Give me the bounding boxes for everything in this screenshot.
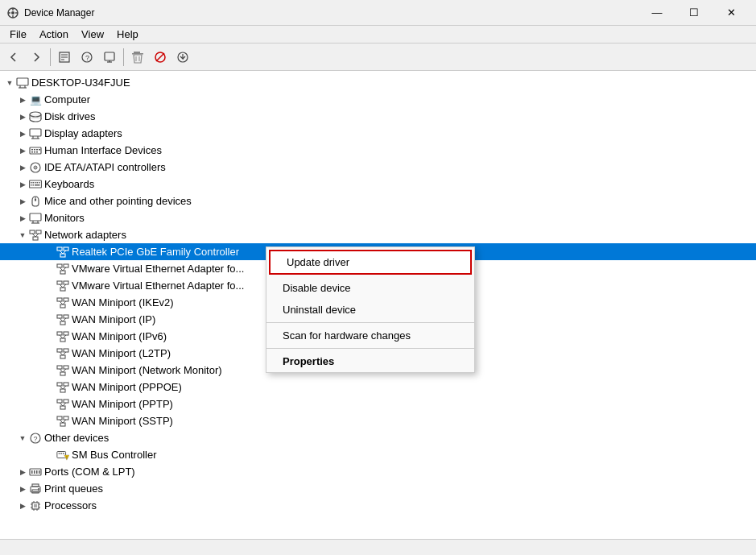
svg-rect-126 bbox=[59, 453, 60, 454]
svg-rect-69 bbox=[64, 247, 68, 251]
svg-point-140 bbox=[38, 488, 39, 490]
icon-wan4 bbox=[56, 347, 69, 360]
icon-processors bbox=[29, 499, 42, 512]
svg-rect-93 bbox=[57, 332, 62, 335]
status-bar bbox=[0, 539, 756, 555]
tree-item-network[interactable]: ▼ Network adapters bbox=[0, 226, 756, 243]
label-wan1: WAN Miniport (IKEv2) bbox=[72, 296, 174, 309]
svg-rect-90 bbox=[60, 321, 65, 325]
svg-rect-36 bbox=[30, 147, 41, 154]
close-button[interactable]: ✕ bbox=[713, 0, 750, 26]
svg-rect-16 bbox=[132, 53, 143, 55]
svg-rect-132 bbox=[31, 470, 33, 474]
tree-item-keyboards[interactable]: ▶ Keyboards bbox=[0, 176, 756, 193]
tree-item-wan8[interactable]: WAN Miniport (SSTP) bbox=[0, 412, 756, 429]
expand-processors[interactable]: ▶ bbox=[16, 499, 29, 512]
menu-help[interactable]: Help bbox=[110, 26, 145, 43]
svg-rect-38 bbox=[34, 149, 35, 151]
tree-item-other[interactable]: ▼ ? Other devices bbox=[0, 429, 756, 446]
tree-item-mice[interactable]: ▶ Mice and other pointing devices bbox=[0, 193, 756, 209]
remove-button[interactable] bbox=[127, 47, 148, 68]
expand-other[interactable]: ▼ bbox=[16, 432, 29, 445]
svg-rect-125 bbox=[57, 452, 66, 458]
label-ports: Ports (COM & LPT) bbox=[44, 466, 135, 478]
icon-wan8 bbox=[56, 415, 69, 428]
expand-realtek bbox=[43, 246, 56, 259]
disable-button[interactable] bbox=[150, 47, 171, 68]
menu-action[interactable]: Action bbox=[33, 26, 75, 43]
context-menu-scan-hardware[interactable]: Scan for hardware changes bbox=[266, 325, 474, 346]
properties-button[interactable] bbox=[54, 47, 75, 68]
menu-view[interactable]: View bbox=[75, 26, 110, 43]
svg-rect-32 bbox=[30, 129, 41, 136]
tree-item-ports[interactable]: ▶ Ports (COM & LPT) bbox=[0, 463, 756, 480]
update-driver-button[interactable] bbox=[172, 47, 193, 68]
root-expand[interactable]: ▼ bbox=[3, 77, 16, 89]
context-menu-update-driver[interactable]: Update driver bbox=[271, 251, 470, 273]
svg-rect-85 bbox=[60, 304, 65, 308]
expand-computer[interactable]: ▶ bbox=[16, 93, 29, 106]
tree-item-computer[interactable]: ▶ 💻 Computer bbox=[0, 91, 756, 108]
context-menu-uninstall-device[interactable]: Uninstall device bbox=[266, 299, 474, 321]
expand-ports[interactable]: ▶ bbox=[16, 466, 29, 478]
tree-item-processors[interactable]: ▶ Processors bbox=[0, 497, 756, 514]
svg-rect-56 bbox=[39, 184, 40, 186]
maximize-button[interactable]: ☐ bbox=[675, 0, 713, 26]
svg-line-76 bbox=[60, 267, 63, 271]
context-menu-separator-2 bbox=[266, 348, 474, 349]
tree-item-wan6[interactable]: WAN Miniport (PPPOE) bbox=[0, 379, 756, 396]
tree-item-hid[interactable]: ▶ Human Interface Devices bbox=[0, 142, 756, 159]
icon-disk bbox=[29, 110, 42, 123]
svg-point-58 bbox=[35, 198, 36, 200]
svg-line-106 bbox=[60, 369, 63, 372]
svg-text:?: ? bbox=[34, 435, 38, 443]
svg-line-66 bbox=[32, 234, 35, 237]
root-icon bbox=[16, 77, 29, 89]
tree-item-smbus[interactable]: ! SM Bus Controller bbox=[0, 446, 756, 463]
svg-rect-120 bbox=[60, 423, 65, 426]
expand-display[interactable]: ▶ bbox=[16, 127, 29, 140]
scan-button[interactable] bbox=[99, 47, 120, 68]
expand-hid[interactable]: ▶ bbox=[16, 144, 29, 157]
icon-mouse bbox=[29, 195, 42, 208]
tree-item-ide[interactable]: ▶ IDE ATA/ATAPI controllers bbox=[0, 159, 756, 176]
svg-rect-110 bbox=[60, 389, 65, 392]
menu-file[interactable]: File bbox=[3, 26, 33, 43]
expand-keyboards[interactable]: ▶ bbox=[16, 178, 29, 191]
svg-line-122 bbox=[63, 420, 66, 423]
expand-ide[interactable]: ▶ bbox=[16, 161, 29, 174]
expand-monitors[interactable]: ▶ bbox=[16, 212, 29, 225]
context-menu-disable-device[interactable]: Disable device bbox=[266, 277, 474, 299]
svg-line-117 bbox=[63, 403, 66, 406]
svg-rect-108 bbox=[57, 383, 62, 386]
label-disk: Disk drives bbox=[44, 110, 96, 122]
svg-rect-127 bbox=[60, 453, 62, 454]
label-wan6: WAN Miniport (PPPOE) bbox=[72, 381, 182, 393]
icon-hid bbox=[29, 144, 42, 157]
expand-mice[interactable]: ▶ bbox=[16, 195, 29, 208]
tree-item-print[interactable]: ▶ Print queues bbox=[0, 480, 756, 497]
svg-line-116 bbox=[60, 403, 63, 406]
expand-network[interactable]: ▼ bbox=[16, 229, 29, 242]
minimize-button[interactable]: — bbox=[638, 0, 675, 26]
label-realtek: Realtek PCIe GbE Family Controller bbox=[72, 246, 239, 258]
tree-item-display[interactable]: ▶ Display adapters bbox=[0, 125, 756, 142]
toolbar-separator-1 bbox=[50, 48, 51, 66]
svg-line-67 bbox=[35, 234, 39, 237]
forward-button[interactable] bbox=[26, 47, 47, 68]
back-button[interactable] bbox=[3, 47, 24, 68]
tree-root[interactable]: ▼ DESKTOP-U34FJUE bbox=[0, 74, 756, 91]
label-smbus: SM Bus Controller bbox=[72, 449, 156, 461]
tree-item-disk[interactable]: ▶ Disk drives bbox=[0, 108, 756, 125]
tree-item-monitors[interactable]: ▶ Monitors bbox=[0, 209, 756, 226]
svg-line-82 bbox=[63, 284, 66, 288]
tree-item-wan7[interactable]: WAN Miniport (PPTP) bbox=[0, 396, 756, 412]
expand-disk[interactable]: ▶ bbox=[16, 110, 29, 123]
toolbar-separator-2 bbox=[123, 48, 124, 66]
expand-print[interactable]: ▶ bbox=[16, 483, 29, 495]
help-button[interactable]: ? bbox=[76, 47, 97, 68]
context-menu-properties[interactable]: Properties bbox=[266, 350, 474, 372]
svg-rect-115 bbox=[60, 406, 65, 409]
label-wan7: WAN Miniport (PPTP) bbox=[72, 398, 173, 410]
label-ide: IDE ATA/ATAPI controllers bbox=[44, 161, 166, 173]
